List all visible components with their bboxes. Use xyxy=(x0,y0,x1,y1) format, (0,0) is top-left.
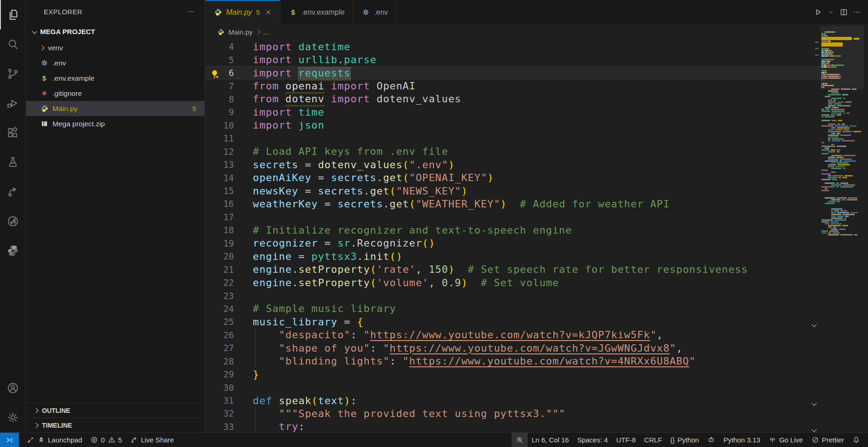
code-line-28[interactable]: 28 "blinding lights": "https://www.youtu… xyxy=(205,355,821,368)
tab-main-py[interactable]: Main.py5 xyxy=(205,0,280,24)
code-line-18[interactable]: 18# Initialize recognizer and text-to-sp… xyxy=(205,224,821,236)
status-launchpad[interactable]: Launchpad xyxy=(23,433,86,447)
code-line-10[interactable]: 10import json xyxy=(205,119,821,132)
status-language-mode[interactable]: {}Python xyxy=(666,433,703,447)
fold-chevron-icon[interactable] xyxy=(812,320,816,328)
split-editor-button[interactable] xyxy=(838,6,850,19)
ellipsis-icon[interactable] xyxy=(187,7,195,17)
activity-testing[interactable] xyxy=(0,147,25,177)
tree-item-venv[interactable]: venv xyxy=(26,40,204,55)
line-number: 22 xyxy=(205,277,253,288)
minimap[interactable] xyxy=(821,26,864,302)
code-line-32[interactable]: 32 """Speak the provided text using pytt… xyxy=(205,407,821,420)
code-editor[interactable]: 4import datetime5import urllib.parse6imp… xyxy=(205,39,821,433)
code-line-19[interactable]: 19recognizer = sr.Recognizer() xyxy=(205,237,821,250)
fold-chevron-icon[interactable] xyxy=(812,425,816,433)
url-link[interactable]: https://www.youtube.com/watch?v=kJQP7kiw… xyxy=(370,329,650,341)
sidebar-section-outline[interactable]: OUTLINE xyxy=(26,403,204,418)
activity-settings[interactable] xyxy=(0,403,25,432)
code-line-29[interactable]: 29} xyxy=(205,368,821,381)
code-line-20[interactable]: 20engine = pyttsx3.init() xyxy=(205,250,821,263)
project-header[interactable]: MEGA PROJECT xyxy=(26,24,204,39)
activity-explorer[interactable] xyxy=(0,0,25,29)
code-line-8[interactable]: 8from dotenv import dotenv_values xyxy=(205,93,821,106)
status-remote[interactable] xyxy=(0,433,19,447)
code-line-6[interactable]: 6import requests xyxy=(205,66,821,79)
code-line-22[interactable]: 22engine.setProperty('volume', 0.9) # Se… xyxy=(205,276,821,289)
tree-item--gitignore[interactable]: .gitignore xyxy=(26,86,204,101)
line-number-text: 17 xyxy=(223,212,234,222)
tree-item--env[interactable]: .env xyxy=(26,55,204,71)
status-copilot[interactable] xyxy=(703,433,719,447)
code-line-17[interactable]: 17 xyxy=(205,211,821,224)
status-problems[interactable]: 05 xyxy=(86,433,126,447)
fold-chevron-icon[interactable] xyxy=(812,399,816,407)
more-actions-button[interactable] xyxy=(851,6,862,19)
activity-python[interactable] xyxy=(0,236,25,265)
status-encoding[interactable]: UTF-8 xyxy=(612,433,640,447)
minimap-line xyxy=(837,151,839,153)
minimap-line xyxy=(825,223,829,224)
status-python-interpreter[interactable]: Python 3.13 xyxy=(719,433,764,447)
code-line-9[interactable]: 9import time xyxy=(205,106,821,118)
tab--env[interactable]: .env xyxy=(353,0,396,24)
code-line-30[interactable]: 30 xyxy=(205,381,821,394)
status-prettier[interactable]: Prettier xyxy=(807,433,848,447)
code-line-23[interactable]: 23 xyxy=(205,289,821,302)
status-eol[interactable]: CRLF xyxy=(640,433,666,447)
code-line-7[interactable]: 7from openai import OpenAI xyxy=(205,79,821,92)
code-line-15[interactable]: 15newsKey = secrets.get("NEWS_KEY") xyxy=(205,184,821,197)
token: . xyxy=(357,251,363,262)
activity-run-debug[interactable] xyxy=(0,88,25,118)
status-cursor-position[interactable]: Ln 6, Col 16 xyxy=(528,433,573,447)
breadcrumb-symbol[interactable]: ... xyxy=(263,28,269,36)
code-line-24[interactable]: 24# Sample music library xyxy=(205,302,821,315)
code-line-16[interactable]: 16weatherKey = secrets.get("WEATHER_KEY"… xyxy=(205,197,821,210)
close-icon[interactable] xyxy=(265,9,272,16)
code-line-11[interactable]: 11 xyxy=(205,132,821,145)
tree-item-main-py[interactable]: Main.py5 xyxy=(26,101,204,116)
activity-source-control[interactable] xyxy=(0,59,25,88)
minimap-line xyxy=(851,212,858,213)
run-dropdown-button[interactable] xyxy=(825,6,837,19)
code-line-5[interactable]: 5import urllib.parse xyxy=(205,53,821,66)
token: recognizer xyxy=(253,237,318,249)
tree-item--env-example[interactable]: $.env.example xyxy=(26,71,204,86)
status-zoom-indicator[interactable] xyxy=(512,433,528,447)
token: "WEATHER_KEY" xyxy=(416,198,501,210)
code-line-33[interactable]: 33 try: xyxy=(205,420,821,433)
code-line-31[interactable]: 31def speak(text): xyxy=(205,394,821,407)
code-line-21[interactable]: 21engine.setProperty('rate', 150) # Set … xyxy=(205,263,821,276)
gear-file-icon xyxy=(40,59,48,67)
tree-item-mega-project-zip[interactable]: Mega project.zip xyxy=(26,116,204,131)
code-line-12[interactable]: 12# Load API keys from .env file xyxy=(205,145,821,158)
lightbulb-icon[interactable] xyxy=(210,69,220,79)
activity-remote-explorer[interactable] xyxy=(0,206,25,236)
code-line-14[interactable]: 14openAiKey = secrets.get("OPENAI_KEY") xyxy=(205,171,821,184)
code-line-26[interactable]: 26 "despacito": "https://www.youtube.com… xyxy=(205,329,821,341)
status-live-share[interactable]: Live Share xyxy=(126,433,178,447)
activity-extensions[interactable] xyxy=(0,118,25,147)
code-line-13[interactable]: 13secrets = dotenv_values(".env") xyxy=(205,158,821,171)
beaker-icon xyxy=(6,156,19,169)
minimap-line xyxy=(821,50,823,51)
url-link[interactable]: https://www.youtube.com/watch?v=4NRXx6U8… xyxy=(409,355,689,367)
status-go-live[interactable]: Go Live xyxy=(764,433,807,447)
minimap-line xyxy=(821,72,825,73)
run-python-file-button[interactable] xyxy=(812,6,824,19)
url-link[interactable]: https://www.youtube.com/watch?v=JGwWNGJd… xyxy=(390,342,670,354)
code-line-27[interactable]: 27 "shape of you": "https://www.youtube.… xyxy=(205,341,821,354)
sidebar-section-timeline[interactable]: TIMELINE xyxy=(26,418,204,432)
tab--env-example[interactable]: $.env.example xyxy=(280,0,353,24)
code-line-4[interactable]: 4import datetime xyxy=(205,40,821,53)
activity-bar xyxy=(0,0,26,432)
status-notifications[interactable] xyxy=(848,433,864,447)
activity-search[interactable] xyxy=(0,29,25,59)
activity-live-share[interactable] xyxy=(0,177,25,206)
code-line-25[interactable]: 25music_library = { xyxy=(205,315,821,328)
status-indentation[interactable]: Spaces: 4 xyxy=(573,433,612,447)
line-number: 4 xyxy=(205,41,253,52)
activity-accounts[interactable] xyxy=(0,373,25,403)
minimap-line xyxy=(837,146,847,147)
breadcrumb-file[interactable]: Main.py xyxy=(228,28,253,36)
